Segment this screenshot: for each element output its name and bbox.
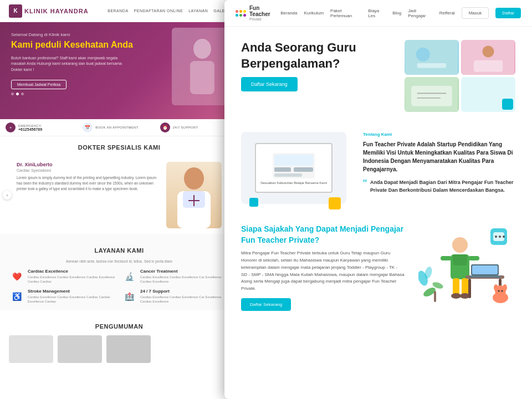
left-nav-item-3[interactable]: LAYANAN bbox=[188, 9, 208, 13]
nav-refferal[interactable]: Refferal bbox=[439, 11, 455, 16]
stroke-icon: ♿ bbox=[9, 289, 24, 304]
support-24-icon: 🏥 bbox=[121, 289, 137, 304]
hero-image bbox=[172, 28, 233, 105]
svg-rect-37 bbox=[468, 279, 471, 298]
right-hero-images bbox=[405, 40, 515, 112]
who-title: Siapa Sajakah Yang Dapat Menjadi Pengaja… bbox=[241, 224, 405, 245]
service-1-title: Cardiac Excellence bbox=[28, 269, 117, 274]
svg-point-25 bbox=[499, 236, 501, 238]
announcement-section: PENGUMUMAN bbox=[0, 310, 238, 372]
service-3-desc: Cardiac Excellence Cardiac Excellence Ca… bbox=[28, 295, 117, 304]
svg-rect-9 bbox=[417, 63, 447, 68]
svg-rect-21 bbox=[274, 173, 302, 177]
who-title-end: ? bbox=[315, 236, 320, 244]
nav-beranda[interactable]: Beranda bbox=[280, 11, 297, 16]
info-bar: + EMERGENCY: +6125456789 📅 BOOK AN APPOI… bbox=[0, 119, 238, 136]
service-4-title: 24 / 7 Support bbox=[140, 289, 229, 294]
logo-dot-3 bbox=[243, 10, 246, 13]
quote-text: Anda Dapat Menjadi Bagian Dari Mitra Pen… bbox=[370, 179, 515, 194]
hero-description: Butuh bantuan profesional? Staff kami ak… bbox=[11, 55, 122, 73]
login-button[interactable]: Masuk bbox=[462, 7, 489, 19]
left-nav: BERANDA PENDAFTARAN ONLINE LAYANAN GALER… bbox=[108, 9, 229, 13]
about-content: Tentang Kami Fun Teacher Private Adalah … bbox=[363, 132, 515, 204]
service-item-3: ♿ Stroke Management Cardiac Excellence C… bbox=[9, 289, 117, 304]
svg-point-27 bbox=[452, 237, 468, 253]
who-title-highlight: Fun Teacher Private bbox=[241, 236, 315, 244]
svg-rect-19 bbox=[274, 167, 291, 172]
svg-rect-32 bbox=[453, 278, 459, 295]
svg-point-26 bbox=[503, 236, 505, 238]
who-description: Mitra Pengajar Fun Teacher Private terbu… bbox=[241, 250, 405, 293]
doctor-image bbox=[166, 162, 222, 228]
svg-point-34 bbox=[451, 293, 461, 299]
support-icon: ⏰ bbox=[160, 122, 170, 132]
left-logo-icon: K bbox=[9, 4, 22, 18]
svg-rect-30 bbox=[441, 256, 452, 260]
left-logo: K KLINIK HAYANDRA bbox=[9, 4, 89, 18]
nav-paket[interactable]: Paket Pertemuan bbox=[330, 8, 361, 18]
svg-point-50 bbox=[502, 290, 503, 292]
hero-button[interactable]: Membuat Jadwal Periksa bbox=[11, 80, 66, 89]
services-title: LAYANAN KAMI bbox=[9, 239, 229, 259]
emergency-value: +6125456789 bbox=[18, 127, 42, 131]
doctor-card: Dr. XiniLuberto Cardiac Specialized Lore… bbox=[11, 156, 227, 234]
laptop-label: Sesuaikan Kebutuhan Belajar Bersama Kami bbox=[260, 181, 327, 185]
logo-dot-6 bbox=[243, 14, 246, 17]
hero-img-box-2 bbox=[461, 40, 515, 75]
quote-mark: " bbox=[363, 178, 367, 189]
appointment-label: BOOK AN APPOINTMENT bbox=[95, 126, 138, 129]
who-illustration bbox=[416, 224, 515, 311]
announce-img-1 bbox=[9, 335, 53, 363]
svg-rect-40 bbox=[472, 265, 498, 274]
services-grid: ❤️ Cardiac Excellence Cardiac Excellence… bbox=[9, 269, 229, 304]
hero-title-plain: Kami peduli bbox=[11, 40, 64, 49]
cancer-icon: 🔬 bbox=[121, 269, 137, 284]
right-nav: Beranda Kurikulum Paket Pertemuan Biaya … bbox=[280, 7, 521, 19]
left-nav-item-1[interactable]: BERANDA bbox=[108, 9, 128, 13]
left-logo-text: KLINIK HAYANDRA bbox=[24, 8, 89, 14]
left-nav-item-2[interactable]: PENDAFTARAN ONLINE bbox=[134, 9, 183, 13]
hero-img-box-1 bbox=[405, 40, 459, 75]
service-item-4: 🏥 24 / 7 Support Cardiac Excellence Card… bbox=[121, 289, 229, 304]
dot-1 bbox=[11, 93, 14, 95]
who-section: Siapa Sajakah Yang Dapat Menjadi Pengaja… bbox=[224, 215, 532, 320]
service-4-desc: Cardiac Excellence Cardiac Excellence Ca… bbox=[140, 295, 229, 304]
nav-biaya[interactable]: Biaya Les bbox=[368, 8, 386, 18]
right-logo-subtitle: Private bbox=[249, 17, 280, 21]
right-header: Fun Teacher Private Beranda Kurikulum Pa… bbox=[224, 0, 532, 27]
logo-row-2 bbox=[236, 14, 246, 17]
logo-row-1 bbox=[236, 10, 246, 13]
hero-img-placeholder bbox=[172, 28, 233, 105]
daftar-sekarang-hero-button[interactable]: Daftar Sekarang bbox=[241, 77, 298, 91]
svg-point-2 bbox=[184, 167, 204, 190]
info-item-1: + EMERGENCY: +6125456789 bbox=[6, 122, 78, 132]
dot-3 bbox=[21, 93, 24, 95]
teal-accent-box bbox=[502, 99, 513, 110]
register-button[interactable]: Daftar bbox=[495, 8, 521, 18]
carousel-prev-arrow[interactable]: ‹ bbox=[3, 191, 12, 200]
who-content: Siapa Sajakah Yang Dapat Menjadi Pengaja… bbox=[241, 224, 405, 311]
daftar-sekarang-who-button[interactable]: Daftar Sekarang bbox=[241, 298, 291, 311]
nav-blog[interactable]: Blog bbox=[392, 11, 401, 16]
cardiac-icon: ❤️ bbox=[9, 269, 24, 284]
logo-dot-2 bbox=[239, 10, 242, 13]
services-section: LAYANAN KAMI Aenean nibh ante, lacinia n… bbox=[0, 234, 238, 310]
appointment-icon: 📅 bbox=[83, 122, 93, 132]
nav-jadi-pengajar[interactable]: Jadi Pengajar bbox=[408, 8, 433, 18]
doctor-info: Dr. XiniLuberto Cardiac Specialized Lore… bbox=[17, 162, 161, 228]
svg-point-47 bbox=[494, 284, 498, 291]
nav-kurikulum[interactable]: Kurikulum bbox=[304, 11, 324, 16]
who-title-plain: Siapa Sajakah Yang Dapat Menjadi Pengaja… bbox=[241, 224, 403, 233]
service-3-title: Stroke Management bbox=[28, 289, 117, 294]
doctor-description: Lorem ipsum is simply dummy text of the … bbox=[17, 175, 161, 191]
svg-point-8 bbox=[416, 48, 430, 62]
accent-teal-small bbox=[249, 198, 258, 207]
logo-dot-1 bbox=[236, 10, 238, 13]
emergency-icon: + bbox=[6, 122, 16, 132]
doctor-specialty: Cardiac Specialized bbox=[17, 168, 161, 172]
svg-rect-20 bbox=[294, 167, 313, 172]
announcement-title: PENGUMUMAN bbox=[9, 315, 229, 335]
svg-point-49 bbox=[498, 290, 500, 292]
logo-dot-4 bbox=[236, 14, 238, 17]
service-item-2: 🔬 Cancer Treatment Cardiac Excellence Ca… bbox=[121, 269, 229, 284]
